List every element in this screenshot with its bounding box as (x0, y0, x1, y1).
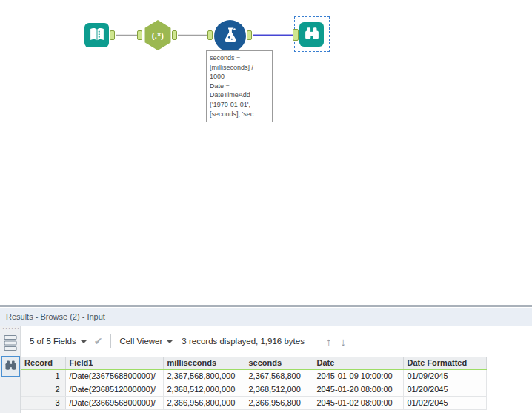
cell-milliseconds[interactable]: 2,366,956,800,000 (163, 396, 245, 409)
input-anchor[interactable] (207, 30, 213, 40)
record-number: 3 (21, 396, 65, 409)
input-anchor[interactable] (293, 29, 299, 41)
arrow-down-icon[interactable]: ↓ (340, 335, 346, 348)
results-title: Results - Browse (2) - Input (6, 312, 105, 321)
record-number: 1 (21, 369, 65, 383)
fields-selector-label: 5 of 5 Fields (30, 337, 76, 346)
cell-viewer-dropdown[interactable]: Cell Viewer (119, 337, 173, 346)
workflow-canvas[interactable]: (.*) (0, 0, 532, 304)
binoculars-icon (303, 24, 321, 45)
chevron-down-icon (81, 340, 87, 343)
cell-date-formatted[interactable]: 01/09/2045 (403, 369, 486, 383)
cell-date-formatted[interactable]: 01/20/2045 (403, 383, 486, 396)
results-sidebar: ······ (0, 326, 21, 413)
cell-date[interactable]: 2045-01-09 10:00:00 (313, 369, 403, 383)
cell-milliseconds[interactable]: 2,367,568,800,000 (163, 369, 245, 383)
toolbar-separator (359, 334, 359, 348)
fields-selector-dropdown[interactable]: 5 of 5 Fields (30, 337, 87, 346)
regex-tool-label: (.*) (152, 31, 164, 40)
output-anchor[interactable] (110, 30, 115, 40)
browse-tool[interactable] (299, 22, 324, 47)
results-titlebar: Results - Browse (2) - Input (0, 308, 532, 326)
column-header-date-formatted[interactable]: Date Formatted (403, 357, 486, 369)
formula-tool[interactable] (214, 20, 246, 52)
browse-view-button-selected[interactable] (1, 356, 20, 377)
open-book-icon (88, 25, 106, 46)
cell-field1[interactable]: /Date(2367568800000)/ (65, 369, 163, 383)
alteryx-designer-window: (.*) (0, 0, 532, 413)
toolbar-separator (110, 334, 111, 348)
results-panel: ······ (0, 326, 532, 413)
cell-date[interactable]: 2045-01-02 08:00:00 (313, 396, 403, 409)
cell-milliseconds[interactable]: 2,368,512,000,000 (163, 383, 245, 396)
cell-date[interactable]: 2045-01-20 08:00:00 (313, 383, 403, 396)
column-header-seconds[interactable]: seconds (245, 357, 313, 369)
record-number: 2 (21, 383, 65, 396)
output-anchor[interactable] (247, 30, 252, 40)
drag-grip[interactable]: ······ (2, 326, 19, 331)
arrow-up-icon[interactable]: ↑ (326, 335, 332, 348)
toolbar-separator (313, 334, 313, 348)
cell-seconds[interactable]: 2,368,512,000 (245, 383, 313, 396)
flask-icon (221, 25, 240, 47)
cell-date-formatted[interactable]: 01/02/2045 (403, 396, 486, 409)
chevron-down-icon (167, 340, 173, 343)
input-anchor[interactable] (137, 30, 142, 40)
results-table: Record Field1 milliseconds seconds Date … (21, 357, 487, 410)
column-header-record[interactable]: Record (21, 357, 65, 369)
connection-wires (0, 0, 532, 304)
column-header-field1[interactable]: Field1 (65, 357, 163, 369)
cell-seconds[interactable]: 2,366,956,800 (245, 396, 313, 409)
input-data-tool[interactable] (84, 23, 109, 47)
results-toolbar: 5 of 5 Fields ✔ Cell Viewer 3 records di… (21, 326, 532, 356)
table-row[interactable]: 2 /Date(2368512000000)/ 2,368,512,000,00… (21, 383, 486, 396)
column-header-milliseconds[interactable]: milliseconds (163, 357, 245, 369)
table-row[interactable]: 3 /Date(2366956800000)/ 2,366,956,800,00… (21, 396, 486, 409)
stacked-rows-icon[interactable] (4, 334, 17, 351)
table-row[interactable]: 1 /Date(2367568800000)/ 2,367,568,800,00… (21, 369, 486, 383)
cell-field1[interactable]: /Date(2366956800000)/ (65, 396, 163, 409)
table-header-row: Record Field1 milliseconds seconds Date … (21, 357, 486, 369)
cell-seconds[interactable]: 2,367,568,800 (245, 369, 313, 383)
formula-annotation[interactable]: seconds = [milliseconds] / 1000 Date = D… (206, 50, 273, 122)
regex-tool[interactable]: (.*) (144, 20, 172, 50)
cell-viewer-label: Cell Viewer (119, 337, 162, 346)
cell-field1[interactable]: /Date(2368512000000)/ (65, 383, 163, 396)
records-info: 3 records displayed, 1,916 bytes (182, 337, 305, 346)
column-header-date[interactable]: Date (313, 357, 403, 369)
binoculars-icon (4, 358, 18, 375)
output-anchor[interactable] (172, 30, 177, 40)
check-icon[interactable]: ✔ (94, 335, 103, 347)
panel-splitter[interactable] (0, 305, 532, 307)
